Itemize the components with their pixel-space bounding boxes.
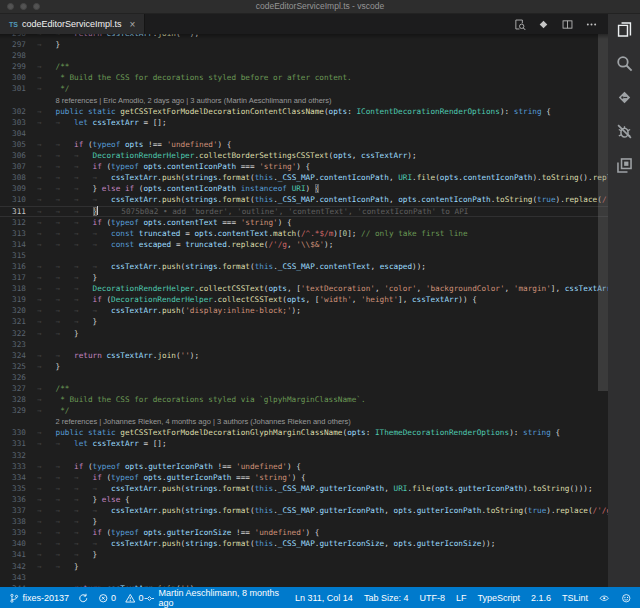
- status-indentation[interactable]: Tab Size: 4: [364, 593, 409, 603]
- line-number[interactable]: 321: [0, 316, 37, 327]
- line-number[interactable]: 309: [0, 183, 37, 194]
- code-row[interactable]: 306→ → → DecorationRenderHelper.collectB…: [0, 150, 608, 161]
- code-row[interactable]: 334→ → → if (typeof opts.gutterIconPath …: [0, 472, 608, 483]
- code-row[interactable]: 298: [0, 50, 608, 61]
- line-number[interactable]: [0, 416, 37, 427]
- code-row[interactable]: 313→ → → → const truncated = opts.conten…: [0, 228, 608, 239]
- line-number[interactable]: 312: [0, 217, 37, 228]
- line-number[interactable]: 340: [0, 538, 37, 549]
- code-row[interactable]: 339→ → → if (typeof opts.gutterIconSize …: [0, 527, 608, 538]
- line-number[interactable]: 315: [0, 250, 37, 261]
- line-number[interactable]: 313: [0, 228, 37, 239]
- code-row[interactable]: 340→ → → → cssTextArr.push(strings.forma…: [0, 538, 608, 549]
- line-number[interactable]: 307: [0, 161, 37, 172]
- status-typescript-version[interactable]: 2.1.6: [531, 593, 551, 603]
- code-row[interactable]: 312→ → → if (typeof opts.contentText ===…: [0, 217, 608, 228]
- activity-debug-icon[interactable]: [615, 122, 634, 141]
- open-changes-icon[interactable]: [537, 18, 550, 31]
- status-eol[interactable]: LF: [456, 593, 467, 603]
- status-cursor-position[interactable]: Ln 311, Col 14: [295, 593, 353, 603]
- split-editor-icon[interactable]: [561, 18, 574, 31]
- line-number[interactable]: 326: [0, 372, 37, 383]
- line-number[interactable]: 342: [0, 561, 37, 572]
- status-errors[interactable]: 0: [98, 593, 117, 604]
- line-number[interactable]: 343: [0, 572, 37, 583]
- line-number[interactable]: 325: [0, 361, 37, 372]
- code-row[interactable]: 297→ }: [0, 39, 608, 50]
- status-language-mode[interactable]: TypeScript: [477, 593, 520, 603]
- code-row[interactable]: 317→ → → }: [0, 272, 608, 283]
- line-number[interactable]: 302: [0, 106, 37, 117]
- line-number[interactable]: 324: [0, 350, 37, 361]
- line-number[interactable]: 318: [0, 283, 37, 294]
- code-row[interactable]: 331→ → let cssTextArr = [];: [0, 438, 608, 449]
- code-row[interactable]: 302→ public static getCSSTextForModelDec…: [0, 106, 608, 117]
- line-number[interactable]: 316: [0, 261, 37, 272]
- line-number[interactable]: 311: [0, 206, 37, 217]
- code-row[interactable]: 322→ → }: [0, 328, 608, 339]
- line-number[interactable]: 310: [0, 194, 37, 205]
- code-row[interactable]: 310→ → → → cssTextArr.push(strings.forma…: [0, 194, 608, 205]
- line-number[interactable]: 341: [0, 549, 37, 560]
- line-number[interactable]: 305: [0, 139, 37, 150]
- line-number[interactable]: 317: [0, 272, 37, 283]
- line-number[interactable]: 306: [0, 150, 37, 161]
- tab-codeeditorserviceimpl[interactable]: TS codeEditorServiceImpl.ts ×: [0, 14, 145, 34]
- line-number[interactable]: 320: [0, 305, 37, 316]
- line-number[interactable]: 299: [0, 61, 37, 72]
- code-row[interactable]: 326: [0, 372, 608, 383]
- more-actions-icon[interactable]: [585, 18, 598, 31]
- code-row[interactable]: 332: [0, 450, 608, 461]
- code-row[interactable]: 308→ → → → cssTextArr.push(strings.forma…: [0, 172, 608, 183]
- line-number[interactable]: 308: [0, 172, 37, 183]
- line-number[interactable]: 344: [0, 583, 37, 587]
- line-number[interactable]: 298: [0, 50, 37, 61]
- zoom-window-button[interactable]: [33, 3, 40, 10]
- line-number[interactable]: 331: [0, 438, 37, 449]
- code-row[interactable]: 318→ → → DecorationRenderHelper.collectC…: [0, 283, 608, 294]
- code-row[interactable]: 300→ * Build the CSS for decorations sty…: [0, 72, 608, 83]
- codelens-text[interactable]: 2 references | Johannes Rieken, 4 months…: [37, 416, 351, 427]
- code-row[interactable]: 335→ → → → cssTextArr.push(strings.forma…: [0, 483, 608, 494]
- code-row[interactable]: 304: [0, 128, 608, 139]
- code-row[interactable]: 337→ → → → cssTextArr.push(strings.forma…: [0, 505, 608, 516]
- code-row[interactable]: 327→ /**: [0, 383, 608, 394]
- code-row[interactable]: 307→ → → if (typeof opts.contentIconPath…: [0, 161, 608, 172]
- activity-extensions-icon[interactable]: [615, 156, 634, 175]
- line-number[interactable]: 304: [0, 128, 37, 139]
- code-row[interactable]: 325→ }: [0, 361, 608, 372]
- line-number[interactable]: 297: [0, 39, 37, 50]
- codelens-text[interactable]: 8 references | Eric Amodio, 2 days ago |…: [37, 95, 332, 106]
- code-row[interactable]: 330→ public static getCSSTextForModelDec…: [0, 427, 608, 438]
- code-row[interactable]: 329→ */: [0, 405, 608, 416]
- status-tslint[interactable]: TSLint: [562, 593, 588, 603]
- line-number[interactable]: 336: [0, 494, 37, 505]
- line-number[interactable]: 337: [0, 505, 37, 516]
- code-row[interactable]: 336→ → → } else {: [0, 494, 608, 505]
- activity-source-control-icon[interactable]: [615, 88, 634, 107]
- code-row[interactable]: 324→ → return cssTextArr.join('');: [0, 350, 608, 361]
- code-row[interactable]: 342→ → }: [0, 561, 608, 572]
- code-row[interactable]: 343: [0, 572, 608, 583]
- line-number[interactable]: 332: [0, 450, 37, 461]
- status-feedback[interactable]: [621, 593, 632, 604]
- line-number[interactable]: 314: [0, 239, 37, 250]
- code-editor[interactable]: 296→ → return cssTextArr.join('');297→ }…: [0, 34, 608, 587]
- status-encoding[interactable]: UTF-8: [419, 593, 445, 603]
- status-blame[interactable]: Martin Aeschlimann, 8 months ago: [144, 588, 295, 608]
- code-row[interactable]: 301→ */: [0, 83, 608, 94]
- line-number[interactable]: 333: [0, 461, 37, 472]
- code-row[interactable]: 341→ → → }: [0, 549, 608, 560]
- activity-explorer-icon[interactable]: [615, 20, 634, 39]
- code-row[interactable]: 303→ → let cssTextArr = [];: [0, 117, 608, 128]
- close-tab-icon[interactable]: ×: [130, 19, 136, 30]
- activity-search-icon[interactable]: [615, 54, 634, 73]
- code-row[interactable]: 316→ → → → cssTextArr.push(strings.forma…: [0, 261, 608, 272]
- codelens-row[interactable]: 2 references | Johannes Rieken, 4 months…: [0, 416, 608, 427]
- line-number[interactable]: 329: [0, 405, 37, 416]
- code-row[interactable]: 323: [0, 339, 608, 350]
- line-number[interactable]: 335: [0, 483, 37, 494]
- line-number[interactable]: 301: [0, 83, 37, 94]
- minimize-window-button[interactable]: [20, 3, 27, 10]
- code-row[interactable]: 315: [0, 250, 608, 261]
